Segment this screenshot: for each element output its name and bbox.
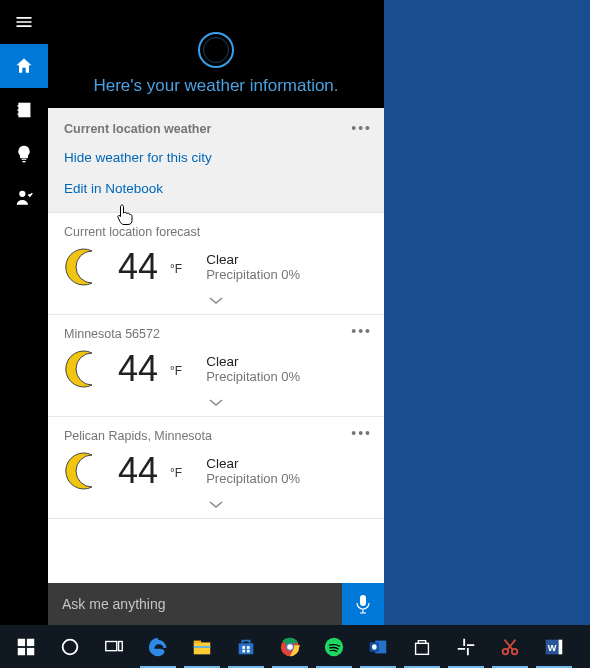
start-button[interactable]	[4, 625, 48, 668]
forecast-precip: Precipitation 0%	[206, 471, 300, 486]
outlook-taskbar-icon[interactable]	[356, 625, 400, 668]
forecast-temp: 44	[118, 351, 158, 387]
svg-rect-5	[360, 595, 366, 606]
svg-point-10	[63, 639, 78, 654]
forecast-condition: Clear	[206, 354, 300, 369]
feedback-button[interactable]	[0, 176, 48, 220]
forecast-temp: 44	[118, 249, 158, 285]
more-options-button[interactable]: •••	[351, 120, 372, 136]
cortana-header: Here's your weather information.	[48, 0, 384, 108]
forecast-condition: Clear	[206, 252, 300, 267]
svg-rect-15	[194, 646, 211, 648]
svg-rect-7	[27, 638, 34, 645]
svg-rect-0	[19, 103, 30, 116]
forecast-precip: Precipitation 0%	[206, 369, 300, 384]
svg-rect-20	[247, 649, 250, 652]
svg-rect-16	[239, 643, 254, 654]
word-taskbar-icon[interactable]: W	[532, 625, 576, 668]
svg-rect-17	[242, 646, 245, 649]
forecast-condition: Clear	[206, 456, 300, 471]
forecast-location: Pelican Rapids, Minnesota	[64, 429, 368, 443]
expand-forecast-button[interactable]	[64, 391, 368, 412]
content-scroll[interactable]: ••• Current location weather Hide weathe…	[48, 108, 384, 625]
store-taskbar-icon[interactable]	[224, 625, 268, 668]
svg-point-4	[20, 191, 25, 196]
svg-rect-28	[416, 643, 429, 654]
svg-rect-9	[27, 647, 34, 654]
forecast-unit: °F	[170, 262, 182, 276]
svg-text:W: W	[548, 642, 557, 652]
slack-taskbar-icon[interactable]	[444, 625, 488, 668]
svg-rect-18	[247, 646, 250, 649]
svg-rect-6	[18, 638, 25, 645]
edit-notebook-link[interactable]: Edit in Notebook	[64, 181, 368, 196]
svg-rect-13	[194, 642, 211, 654]
forecast-more-button[interactable]: •••	[351, 323, 372, 339]
moon-icon	[64, 347, 108, 391]
search-bar	[48, 583, 384, 625]
svg-rect-8	[18, 647, 25, 654]
header-title: Here's your weather information.	[93, 76, 338, 96]
microphone-button[interactable]	[342, 583, 384, 625]
svg-rect-14	[194, 640, 201, 643]
moon-icon	[64, 449, 108, 493]
forecast-card[interactable]: Current location forecast44°FClearPrecip…	[48, 213, 384, 315]
notebook-button[interactable]	[0, 88, 48, 132]
expand-forecast-button[interactable]	[64, 289, 368, 310]
task-view-button[interactable]	[92, 625, 136, 668]
svg-point-23	[287, 644, 293, 650]
home-button[interactable]	[0, 44, 48, 88]
forecast-temp: 44	[118, 453, 158, 489]
snip-taskbar-icon[interactable]	[488, 625, 532, 668]
cortana-panel: Here's your weather information. ••• Cur…	[48, 0, 384, 625]
cortana-ring-icon	[198, 32, 234, 68]
hamburger-menu-button[interactable]	[0, 0, 48, 44]
tips-button[interactable]	[0, 132, 48, 176]
svg-rect-11	[106, 641, 117, 650]
edge-taskbar-icon[interactable]	[136, 625, 180, 668]
taskbar: W	[0, 625, 590, 668]
forecast-unit: °F	[170, 364, 182, 378]
store-alt-taskbar-icon[interactable]	[400, 625, 444, 668]
spotify-taskbar-icon[interactable]	[312, 625, 356, 668]
forecast-precip: Precipitation 0%	[206, 267, 300, 282]
hide-weather-link[interactable]: Hide weather for this city	[64, 150, 368, 165]
svg-rect-33	[559, 639, 563, 654]
forecast-card[interactable]: •••Pelican Rapids, Minnesota44°FClearPre…	[48, 417, 384, 519]
svg-rect-12	[119, 641, 123, 650]
cortana-taskbar-button[interactable]	[48, 625, 92, 668]
card-title: Current location weather	[64, 122, 368, 136]
moon-icon	[64, 245, 108, 289]
cortana-sidebar	[0, 0, 48, 625]
file-explorer-taskbar-icon[interactable]	[180, 625, 224, 668]
chrome-taskbar-icon[interactable]	[268, 625, 312, 668]
expand-forecast-button[interactable]	[64, 493, 368, 514]
search-input[interactable]	[48, 596, 342, 612]
weather-card-header: ••• Current location weather Hide weathe…	[48, 108, 384, 213]
pointer-cursor-icon	[116, 203, 136, 227]
svg-point-27	[372, 644, 377, 650]
svg-rect-19	[242, 649, 245, 652]
forecast-more-button[interactable]: •••	[351, 425, 372, 441]
forecast-unit: °F	[170, 466, 182, 480]
forecast-location: Minnesota 56572	[64, 327, 368, 341]
forecast-location: Current location forecast	[64, 225, 368, 239]
forecast-card[interactable]: •••Minnesota 5657244°FClearPrecipitation…	[48, 315, 384, 417]
